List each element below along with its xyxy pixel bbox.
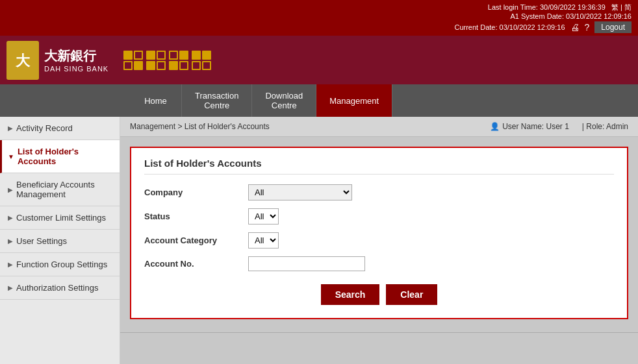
account-no-label: Account No.: [144, 259, 248, 269]
user-info: 👤 User Name: User 1: [490, 122, 569, 131]
lang-tc-link[interactable]: 繁: [611, 3, 619, 11]
lang-sc-link[interactable]: 简: [624, 3, 632, 11]
deco-cell: [134, 51, 143, 60]
sidebar: ▶ Activity Record ▼ List of Holder's Acc…: [0, 117, 120, 364]
form-title: List of Holder's Accounts: [144, 158, 614, 175]
system-date-text: A1 System Date: 03/10/2022 12:09:16: [6, 12, 632, 20]
footer: [120, 332, 638, 339]
form-buttons: Search Clear: [144, 284, 614, 305]
tab-management[interactable]: Management: [316, 84, 392, 117]
bank-chinese-name: 大新銀行: [44, 47, 108, 65]
deco-cell: [179, 61, 188, 70]
form-row-account-category: Account Category All: [144, 232, 614, 249]
sidebar-item-label: User Settings: [16, 236, 67, 246]
chevron-right-icon: ▶: [8, 214, 13, 221]
help-button[interactable]: ?: [585, 22, 590, 32]
bank-name: 大新銀行 DAH SING BANK: [44, 47, 108, 73]
user-name-text: User Name: User 1: [502, 122, 569, 131]
current-date-text: Current Date: 03/10/2022 12:09:16: [454, 23, 565, 31]
deco-block-4: [192, 51, 211, 70]
deco-cell: [146, 61, 155, 70]
tab-download[interactable]: Download Centre: [252, 84, 316, 117]
chevron-down-icon: ▼: [8, 153, 14, 160]
top-actions: Current Date: 03/10/2022 12:09:16 🖨 ? Lo…: [6, 21, 632, 33]
sidebar-item-list-of-holders[interactable]: ▼ List of Holder's Accounts: [0, 140, 120, 173]
role-text: | Role: Admin: [582, 122, 628, 131]
sidebar-item-label: Beneficiary Accounts Management: [16, 180, 112, 199]
sidebar-item-beneficiary[interactable]: ▶ Beneficiary Accounts Management: [0, 173, 120, 206]
account-no-input[interactable]: [248, 256, 365, 271]
bank-english-name: DAH SING BANK: [44, 65, 108, 73]
sidebar-item-user-settings[interactable]: ▶ User Settings: [0, 230, 120, 253]
lang-sep: |: [620, 3, 622, 11]
deco-block-2: [146, 51, 166, 70]
account-category-field: All: [248, 232, 279, 249]
sidebar-item-label: Customer Limit Settings: [16, 213, 106, 223]
clear-button[interactable]: Clear: [386, 284, 437, 305]
search-button[interactable]: Search: [321, 284, 380, 305]
form-panel: List of Holder's Accounts Company All St…: [130, 147, 628, 319]
top-bar-login-info: Last login Time: 30/09/2022 19:36:39 繁 |…: [6, 3, 632, 12]
deco-cell: [202, 51, 211, 60]
deco-cell: [202, 61, 211, 70]
breadcrumb: Management > List of Holder's Accounts 👤…: [120, 117, 638, 137]
sidebar-item-label: Authorization Settings: [16, 283, 98, 293]
decorative-icons: [123, 51, 211, 70]
company-field: All: [248, 184, 352, 200]
company-label: Company: [144, 188, 248, 197]
deco-cell: [192, 61, 201, 70]
main-layout: ▶ Activity Record ▼ List of Holder's Acc…: [0, 117, 638, 364]
chevron-right-icon: ▶: [8, 125, 13, 132]
account-category-label: Account Category: [144, 236, 248, 245]
deco-cell: [134, 61, 143, 70]
tab-transaction[interactable]: Transaction Centre: [182, 84, 252, 117]
top-bar: Last login Time: 30/09/2022 19:36:39 繁 |…: [0, 0, 638, 36]
breadcrumb-right: 👤 User Name: User 1 | Role: Admin: [490, 122, 628, 131]
deco-cell: [157, 61, 166, 70]
deco-block-3: [169, 51, 188, 70]
bank-emblem-icon: 大: [6, 41, 39, 80]
form-row-status: Status All: [144, 208, 614, 224]
breadcrumb-path: Management > List of Holder's Accounts: [130, 122, 270, 131]
sidebar-item-label: Activity Record: [16, 123, 73, 133]
sidebar-item-label: Function Group Settings: [16, 260, 107, 269]
deco-cell: [169, 51, 178, 60]
sidebar-item-label: List of Holder's Accounts: [18, 147, 112, 166]
nav-tabs: Home Transaction Centre Download Centre …: [0, 84, 638, 117]
sidebar-item-customer-limit[interactable]: ▶ Customer Limit Settings: [0, 206, 120, 230]
sidebar-item-activity-record[interactable]: ▶ Activity Record: [0, 117, 120, 140]
deco-cell: [179, 51, 188, 60]
company-select[interactable]: All: [248, 184, 352, 200]
form-row-company: Company All: [144, 184, 614, 200]
status-select[interactable]: All: [248, 208, 279, 224]
print-button[interactable]: 🖨: [570, 22, 580, 32]
status-field: All: [248, 208, 279, 224]
header: 大 大新銀行 DAH SING BANK: [0, 36, 638, 84]
account-category-select[interactable]: All: [248, 232, 279, 249]
chevron-right-icon: ▶: [8, 237, 13, 245]
sidebar-item-function-group[interactable]: ▶ Function Group Settings: [0, 253, 120, 276]
deco-cell: [192, 51, 201, 60]
deco-cell: [146, 51, 155, 60]
chevron-right-icon: ▶: [8, 261, 13, 268]
bank-logo: 大 大新銀行 DAH SING BANK: [6, 41, 211, 80]
last-login-text: Last login Time: 30/09/2022 19:36:39: [488, 3, 606, 11]
tab-home[interactable]: Home: [130, 84, 182, 117]
deco-cell: [123, 51, 133, 60]
user-icon: 👤: [490, 122, 500, 131]
deco-cell: [123, 61, 133, 70]
chevron-right-icon: ▶: [8, 284, 13, 291]
deco-cell: [169, 61, 178, 70]
account-no-field: [248, 256, 365, 271]
sidebar-item-authorization[interactable]: ▶ Authorization Settings: [0, 276, 120, 300]
deco-block-1: [123, 51, 143, 70]
status-label: Status: [144, 212, 248, 221]
form-row-account-no: Account No.: [144, 256, 614, 271]
chevron-right-icon: ▶: [8, 186, 13, 193]
logout-button[interactable]: Logout: [594, 21, 632, 33]
deco-cell: [157, 51, 166, 60]
main-content: Management > List of Holder's Accounts 👤…: [120, 117, 638, 364]
svg-text:大: 大: [15, 53, 31, 69]
